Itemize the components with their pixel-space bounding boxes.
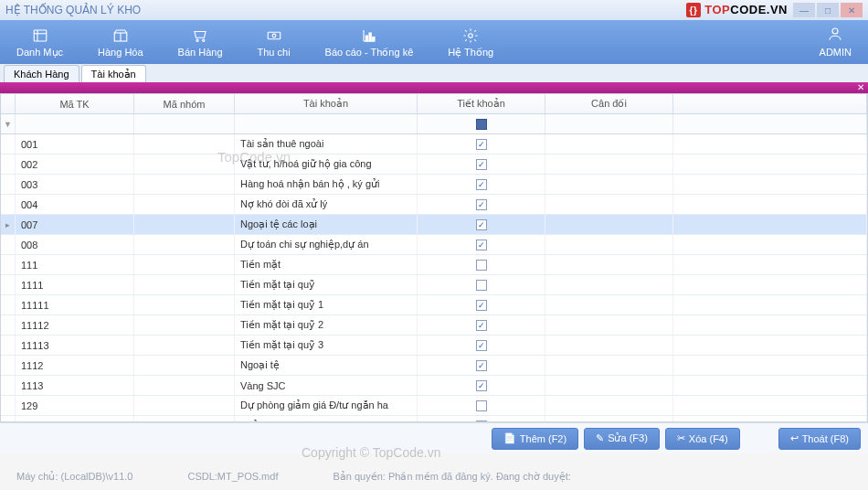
- column-header-manhom[interactable]: Mã nhóm: [134, 94, 235, 113]
- main-toolbar: Danh MụcHàng HóaBán HàngThu chiBáo cáo -…: [0, 20, 868, 64]
- svg-rect-14: [369, 33, 371, 41]
- checkbox-icon[interactable]: ✓: [476, 320, 487, 331]
- svg-rect-13: [365, 36, 367, 41]
- table-row[interactable]: 131Phải thu khách hàng: [1, 416, 867, 422]
- table-row[interactable]: 004Nợ khó đòi đã xử lý✓: [1, 195, 867, 215]
- cell-candoi: [545, 356, 673, 375]
- table-row[interactable]: 003Hàng hoá nhận bán hộ , ký gửi✓: [1, 175, 867, 195]
- svg-point-10: [272, 34, 276, 37]
- toolbar-b-n-h-ng[interactable]: Bán Hàng: [178, 27, 223, 59]
- svg-rect-2: [34, 30, 47, 41]
- column-header-taikhoan[interactable]: Tài khoản: [235, 94, 418, 113]
- cell-tietkhoan: ✓: [418, 376, 545, 395]
- column-header-tietkhoan[interactable]: Tiết khoản: [418, 94, 545, 113]
- filter-taikhoan-input[interactable]: [244, 119, 408, 130]
- table-row[interactable]: 001Tài sản thuê ngoài✓: [1, 134, 867, 154]
- tab-khách-hàng[interactable]: Khách Hàng: [4, 65, 79, 82]
- close-button[interactable]: ✕: [841, 3, 863, 17]
- table-row[interactable]: ▸007Ngoại tệ các loại✓: [1, 215, 867, 235]
- checkbox-icon[interactable]: ✓: [476, 179, 487, 190]
- checkbox-icon[interactable]: [476, 260, 487, 271]
- row-indicator: [1, 416, 16, 422]
- table-row[interactable]: 111Tiền mặt: [1, 255, 867, 275]
- toolbar-b-o-c-o-th-ng-k-[interactable]: Báo cáo - Thống kê: [325, 27, 414, 59]
- table-row[interactable]: 11113Tiền mặt tại quỹ 3✓: [1, 336, 867, 356]
- cell-candoi: [545, 336, 673, 355]
- cell-candoi: [545, 134, 673, 154]
- table-row[interactable]: 1113Vàng SJC✓: [1, 376, 867, 396]
- cell-tietkhoan: ✓: [418, 215, 545, 234]
- cell-taikhoan: Ngoại tệ: [235, 356, 418, 375]
- filter-candoi-input[interactable]: [552, 119, 666, 130]
- checkbox-icon[interactable]: ✓: [476, 240, 487, 250]
- toolbar-thu-chi[interactable]: Thu chi: [258, 27, 291, 59]
- checkbox-icon[interactable]: ✓: [476, 159, 487, 170]
- checkbox-icon[interactable]: ✓: [476, 340, 487, 351]
- cell-tietkhoan: ✓: [418, 175, 545, 194]
- list-icon: [32, 27, 48, 45]
- filter-tietkhoan-checkbox[interactable]: [476, 119, 487, 130]
- checkbox-icon[interactable]: ✓: [476, 360, 487, 371]
- toolbar-danh-m-c[interactable]: Danh Mục: [16, 27, 63, 59]
- cell-manhom: [134, 275, 235, 294]
- cell-manhom: [134, 295, 235, 314]
- checkbox-icon[interactable]: [476, 400, 487, 411]
- checkbox-icon[interactable]: [476, 280, 487, 291]
- column-header-candoi[interactable]: Cân đối: [545, 94, 673, 113]
- table-row[interactable]: 11111Tiền mặt tại quỹ 1✓: [1, 295, 867, 315]
- column-header-matk[interactable]: Mã TK: [16, 94, 134, 113]
- grid-filter-row: ▼: [1, 114, 867, 134]
- svg-rect-15: [373, 37, 375, 41]
- checkbox-icon[interactable]: ✓: [476, 199, 487, 210]
- svg-point-16: [469, 33, 473, 37]
- document-tabs: Khách HàngTài khoản: [0, 64, 868, 82]
- grid-body[interactable]: 001Tài sản thuê ngoài✓002Vật tư, h/hoá g…: [1, 134, 867, 422]
- checkbox-icon[interactable]: ✓: [476, 380, 487, 391]
- table-row[interactable]: 129Dự phòng giảm giá Đ/tư ngắn ha: [1, 396, 867, 416]
- status-server: Máy chủ: (LocalDB)\v11.0: [16, 471, 132, 483]
- filter-matk-input[interactable]: [21, 119, 127, 130]
- cell-matk: 131: [16, 416, 134, 422]
- table-row[interactable]: 1112Ngoại tệ✓: [1, 356, 867, 376]
- admin-menu[interactable]: ADMIN: [820, 26, 852, 58]
- edit-button[interactable]: ✎Sửa (F3): [584, 428, 660, 450]
- filter-manhom-input[interactable]: [139, 119, 228, 130]
- tab-tài-khoản[interactable]: Tài khoản: [81, 65, 146, 83]
- cell-matk: 002: [16, 154, 134, 174]
- table-row[interactable]: 1111Tiền mặt tại quỹ: [1, 275, 867, 295]
- toolbar-h-th-ng[interactable]: Hệ Thống: [448, 27, 493, 59]
- titlebar: HỆ THỐNG QUẢN LÝ KHO {} TOPCODE.VN — □ ✕: [0, 0, 868, 20]
- delete-button[interactable]: ✂Xóa (F4): [665, 428, 740, 450]
- maximize-button[interactable]: □: [817, 3, 839, 17]
- cell-tietkhoan: ✓: [418, 356, 545, 375]
- row-indicator: [1, 356, 16, 375]
- minimize-button[interactable]: —: [793, 3, 815, 17]
- checkbox-icon[interactable]: ✓: [476, 139, 487, 150]
- exit-icon: ↩: [790, 432, 799, 444]
- cell-taikhoan: Tiền mặt tại quỹ 2: [235, 315, 418, 335]
- checkbox-icon[interactable]: ✓: [476, 219, 487, 230]
- cell-taikhoan: Vật tư, h/hoá giữ hộ gia công: [235, 154, 418, 174]
- toolbar-h-ng-h-a[interactable]: Hàng Hóa: [98, 27, 143, 59]
- chart-icon: [361, 27, 377, 45]
- table-row[interactable]: 11112Tiền mặt tại quỹ 2✓: [1, 315, 867, 336]
- checkbox-icon[interactable]: ✓: [476, 300, 487, 311]
- cell-manhom: [134, 396, 235, 415]
- exit-button[interactable]: ↩Thoát (F8): [778, 428, 861, 450]
- row-indicator-header: [1, 94, 16, 113]
- svg-point-8: [203, 39, 205, 41]
- table-row[interactable]: 002Vật tư, h/hoá giữ hộ gia công✓: [1, 154, 867, 175]
- money-icon: [266, 27, 282, 45]
- cell-candoi: [545, 416, 673, 422]
- cell-taikhoan: Tài sản thuê ngoài: [235, 134, 418, 154]
- cell-tietkhoan: [418, 416, 545, 422]
- cell-taikhoan: Tiền mặt tại quỹ: [235, 275, 418, 294]
- add-button[interactable]: 📄Thêm (F2): [492, 428, 578, 450]
- tab-close-icon[interactable]: ✕: [857, 82, 864, 92]
- cell-candoi: [545, 175, 673, 194]
- row-indicator: [1, 315, 16, 335]
- cell-candoi: [545, 235, 673, 254]
- action-bar: 📄Thêm (F2) ✎Sửa (F3) ✂Xóa (F4) ↩Thoát (F…: [0, 422, 868, 453]
- cell-tietkhoan: ✓: [418, 336, 545, 355]
- table-row[interactable]: 008Dự toán chi sự nghiệp,dự án✓: [1, 235, 867, 255]
